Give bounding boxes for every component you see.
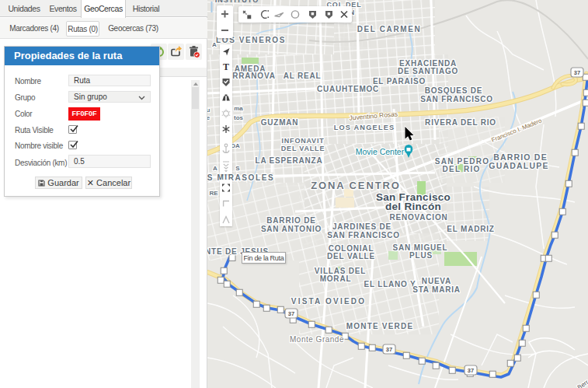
svg-text:ZONA CENTRO: ZONA CENTRO [311,180,401,191]
svg-text:A: A [213,165,217,172]
svg-text:RENOVACION: RENOVACION [389,213,447,222]
svg-text:ma: ma [234,105,243,112]
svg-text:S: S [235,165,240,172]
svg-text:SAN ANTONIO: SAN ANTONIO [261,225,322,233]
svg-text:u: u [207,107,210,114]
svg-text:T: T [223,61,229,72]
svg-text:JARDINES DE: JARDINES DE [332,222,391,231]
svg-text:GUZMAN: GUZMAN [261,118,299,127]
svg-text:A: A [212,41,217,48]
svg-text:SAN FRANCISCO: SAN FRANCISCO [420,95,493,103]
svg-text:MONTE VERDE: MONTE VERDE [346,322,414,330]
svg-text:EL MADRIZ: EL MADRIZ [447,225,494,233]
svg-text:NUEVA: NUEVA [422,277,451,285]
svg-text:S MIRASOLES: S MIRASOLES [207,173,274,182]
svg-text:Movie Center: Movie Center [356,147,405,156]
svg-text:RE: RE [209,190,218,197]
svg-text:DEL CARMEN: DEL CARMEN [357,25,421,33]
svg-text:DEL RIO: DEL RIO [443,165,481,173]
svg-text:LOS ANGELES: LOS ANGELES [334,124,395,131]
svg-text:37: 37 [386,346,392,353]
svg-text:AL REAL: AL REAL [284,72,322,80]
svg-text:INSTITUTO: INSTITUTO [215,0,259,4]
svg-text:DE SANTIAGO: DE SANTIAGO [398,67,458,75]
svg-text:SAN FRANCISCO: SAN FRANCISCO [327,231,400,239]
svg-text:37: 37 [288,310,294,317]
svg-text:MORAL: MORAL [320,274,352,283]
svg-text:VISTA OVIEDO: VISTA OVIEDO [291,297,366,306]
svg-text:EL LLANO Y: EL LLANO Y [364,280,416,288]
svg-text:37: 37 [468,367,474,374]
svg-text:37: 37 [574,69,580,76]
svg-text:BOSQUES DE: BOSQUES DE [425,86,483,95]
svg-text:INFONAVIT: INFONAVIT [281,137,324,145]
svg-text:BARRIO DE: BARRIO DE [266,216,315,225]
svg-text:DEL VALLE: DEL VALLE [281,145,325,152]
svg-text:EL PARAISO: EL PARAISO [373,77,426,86]
svg-text:GUADALUPE: GUADALUPE [489,161,548,170]
svg-text:PLUS: PLUS [409,251,433,260]
svg-text:DEL VALLE: DEL VALLE [327,252,375,260]
svg-text:LA ESPERANZA: LA ESPERANZA [255,156,322,165]
svg-text:RRANOVA: RRANOVA [232,72,275,80]
svg-text:e: e [207,114,210,121]
svg-text:CUAUHTEMOC: CUAUHTEMOC [317,85,379,93]
svg-text:Monte Grande: Monte Grande [290,335,344,344]
svg-text:RIVERA DEL RIO: RIVERA DEL RIO [425,118,496,127]
svg-text:STA MARIA: STA MARIA [412,285,461,294]
svg-text:del Rincón: del Rincón [385,201,441,212]
svg-text:tos: tos [234,114,244,121]
